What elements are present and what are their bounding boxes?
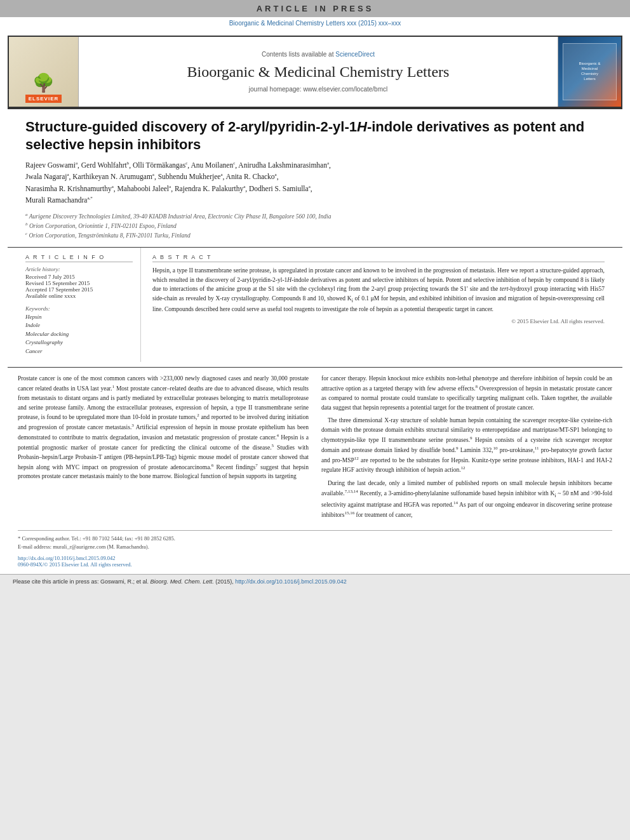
body-column-right: for cancer therapy. Hepsin knockout mice… (321, 374, 612, 524)
homepage-text: journal homepage: www.elsevier.com/locat… (249, 86, 387, 93)
article-in-press-banner: ARTICLE IN PRESS (0, 0, 630, 17)
issn-text: 0960-894X/© 2015 Elsevier Ltd. All right… (18, 561, 132, 568)
doi-links: http://dx.doi.org/10.1016/j.bmcl.2015.09… (18, 555, 612, 568)
bottom-journal-ref: Bioorg. Med. Chem. Lett. (151, 578, 214, 585)
abstract-heading: A B S T R A C T (152, 254, 605, 262)
corresponding-footnote: * Corresponding author. Tel.: +91 80 710… (18, 535, 612, 543)
accepted-text: Accepted 17 September 2015 (25, 286, 93, 293)
footnotes: * Corresponding author. Tel.: +91 80 710… (18, 530, 612, 551)
elsevier-wordmark: ELSEVIER (25, 95, 62, 103)
journal-header: 🌳 ELSEVIER Contents lists available at S… (8, 36, 622, 108)
body-text: Prostate cancer is one of the most commo… (8, 374, 622, 524)
received-text: Received 7 July 2015 (25, 274, 75, 280)
bottom-bar-text: Please cite this article in press as: Go… (13, 578, 149, 585)
body-para-2: for cancer therapy. Hepsin knockout mice… (321, 374, 612, 412)
history-label-text: Article history: (25, 266, 60, 272)
history-label: Article history: (25, 266, 133, 272)
sciencedirect-link[interactable]: ScienceDirect (335, 51, 375, 58)
email-text: E-mail address: murali_r@aurigene.com (M… (18, 543, 149, 550)
abstract-heading-text: A B S T R A C T (152, 254, 212, 260)
article-info-abstract: A R T I C L E I N F O Article history: R… (8, 248, 622, 363)
article-title: Structure-guided discovery of 2-aryl/pyr… (25, 118, 605, 153)
revised-text: Revised 15 September 2015 (25, 280, 90, 286)
affiliations: a Aurigene Discovery Technologies Limite… (25, 211, 605, 241)
journal-logo-right-text: Bioorganic &MedicinalChemistryLetters (579, 62, 600, 81)
contents-text: Contents lists available at (262, 51, 333, 58)
bottom-year: (2015), (215, 578, 234, 585)
citation-text: Bioorganic & Medicinal Chemistry Letters… (229, 20, 401, 27)
keywords-label: Keywords: (25, 305, 133, 312)
recent-findings-text: Recent findings (217, 464, 256, 470)
body-para-1: Prostate cancer is one of the most commo… (18, 374, 309, 481)
journal-logo-right: Bioorganic &MedicinalChemistryLetters (558, 37, 621, 107)
body-column-left: Prostate cancer is one of the most commo… (18, 374, 309, 524)
journal-homepage: journal homepage: www.elsevier.com/locat… (249, 86, 387, 93)
doi-link[interactable]: http://dx.doi.org/10.1016/j.bmcl.2015.09… (18, 555, 116, 561)
keywords-label-text: Keywords: (25, 305, 50, 312)
body-para-4: During the last decade, only a limited n… (321, 479, 612, 520)
abstract-column: A B S T R A C T Hepsin, a type II transm… (141, 248, 622, 363)
article-info-heading-text: A R T I C L E I N F O (25, 254, 105, 260)
authors: Rajeev Goswamia, Gerd Wohlfahrtb, Olli T… (25, 159, 605, 206)
journal-logo-right-inner: Bioorganic &MedicinalChemistryLetters (563, 43, 617, 100)
contents-line: Contents lists available at ScienceDirec… (262, 51, 375, 58)
abstract-copyright: © 2015 Elsevier Ltd. All rights reserved… (152, 318, 605, 324)
revised-date: Revised 15 September 2015 (25, 280, 133, 286)
accepted-date: Accepted 17 September 2015 (25, 286, 133, 293)
citation-line: Bioorganic & Medicinal Chemistry Letters… (8, 17, 622, 29)
elsevier-logo-left: 🌳 ELSEVIER (9, 37, 79, 107)
journal-title-text: Bioorganic & Medicinal Chemistry Letters (187, 63, 450, 80)
with-text: with (577, 286, 588, 292)
page: ARTICLE IN PRESS Bioorganic & Medicinal … (0, 0, 630, 589)
tree-icon: 🌳 (32, 74, 55, 92)
bottom-doi-link[interactable]: http://dx.doi.org/10.1016/j.bmcl.2015.09… (235, 578, 347, 585)
body-divider (8, 367, 622, 368)
article-info-heading: A R T I C L E I N F O (25, 254, 133, 262)
keywords-list: HepsinIndoleMolecular dockingCrystallogr… (25, 313, 133, 356)
article-info-column: A R T I C L E I N F O Article history: R… (8, 248, 141, 363)
bottom-citation-bar: Please cite this article in press as: Go… (0, 574, 630, 589)
header-divider (8, 108, 622, 109)
journal-center: Contents lists available at ScienceDirec… (79, 37, 558, 107)
received-date: Received 7 July 2015 (25, 274, 133, 280)
article-title-section: Structure-guided discovery of 2-aryl/pyr… (25, 118, 605, 241)
available-text: Available online xxxx (25, 293, 76, 299)
abstract-text: Hepsin, a type II transmembrane serine p… (152, 266, 605, 314)
corresponding-text: * Corresponding author. Tel.: +91 80 710… (18, 535, 175, 542)
copyright-text: © 2015 Elsevier Ltd. All rights reserved… (511, 318, 605, 324)
banner-text: ARTICLE IN PRESS (257, 4, 374, 13)
available-online: Available online xxxx (25, 293, 133, 299)
journal-title: Bioorganic & Medicinal Chemistry Letters (187, 63, 450, 81)
email-footnote: E-mail address: murali_r@aurigene.com (M… (18, 543, 612, 551)
body-para-3: The three dimensional X-ray structure of… (321, 416, 612, 475)
